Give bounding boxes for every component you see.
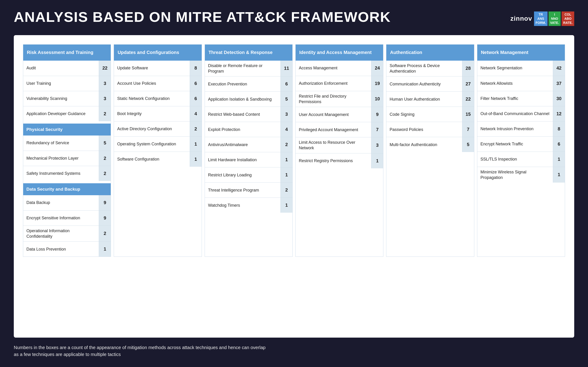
row-label: Human User Authentication	[386, 94, 462, 104]
row-label: Restrict Library Loading	[205, 170, 281, 180]
rows-container-5-0: Network Segmentation42Network Allowists3…	[477, 61, 565, 257]
rows-container-2-0: Disable or Remote Feature or Program11Ex…	[205, 61, 292, 257]
row-label: Software Process & Device Authentication	[386, 61, 462, 76]
table-row: Restrict Registry Permissions1	[296, 153, 383, 168]
row-label: Limit Access to Resource Over Network	[296, 137, 371, 153]
table-row: Execution Prevention6	[205, 76, 292, 92]
row-number: 2	[190, 122, 202, 136]
row-label: SSL/TLS Inspection	[477, 154, 553, 164]
column-col5: AuthenticationSoftware Process & Device …	[386, 44, 474, 257]
table-row: Data Backup9	[23, 195, 111, 210]
row-label: Safety Instrumented Systems	[23, 168, 99, 178]
row-number: 6	[281, 76, 292, 92]
row-label: Software Configuration	[114, 154, 190, 164]
row-number: 8	[190, 61, 202, 76]
table-row: Encrypt Sensitive Information9	[23, 210, 111, 225]
table-row: Limit Access to Resource Over Network3	[296, 137, 383, 153]
row-label: Threat Intelligence Program	[205, 185, 281, 195]
row-number: 3	[99, 76, 111, 91]
rows-container-3-0: Access Management24Authorization Enforce…	[296, 61, 383, 257]
row-number: 10	[371, 91, 383, 107]
table-row: Limit Hardware Installation1	[205, 152, 292, 167]
row-label: Multi-factor Authentication	[386, 140, 462, 150]
col-header-col6: Network Management	[477, 45, 565, 61]
table-row: Software Configuration1	[114, 151, 201, 167]
logo-block-transform: TRANSFORM.	[534, 11, 547, 26]
row-number: 1	[553, 152, 565, 167]
table-row: Communication Authenticity27	[386, 76, 474, 92]
table-row: Boot Integrity4	[114, 106, 201, 121]
table-row: Filter Network Traffic30	[477, 91, 565, 106]
row-number: 22	[99, 61, 111, 76]
column-col3: Threat Detection & ResponseDisable or Re…	[205, 44, 293, 257]
table-row: Minimize Wireless Signal Propagation1	[477, 167, 565, 183]
row-number: 1	[190, 137, 202, 151]
row-number: 9	[371, 107, 383, 122]
table-row: Data Loss Prevention1	[23, 241, 111, 257]
table-row: Human User Authentication22	[386, 92, 474, 107]
row-number: 30	[553, 91, 565, 106]
row-label: Mechanical Protection Layer	[23, 153, 99, 163]
column-col4: Identity and Access ManagementAccess Man…	[295, 44, 383, 257]
col-header-col4: Identity and Access Management	[296, 45, 383, 61]
table-row: Password Policies7	[386, 122, 474, 137]
row-label: Active Directory Configuration	[114, 124, 190, 134]
row-label: Filter Network Traffic	[477, 93, 553, 104]
row-number: 24	[371, 61, 383, 76]
table-row: Restrict File and Directory Permissions1…	[296, 91, 383, 107]
table-row: Mechanical Protection Layer2	[23, 151, 111, 166]
row-number: 5	[462, 137, 474, 152]
table-row: Network Intrusion Prevention8	[477, 121, 565, 136]
row-number: 3	[99, 91, 111, 106]
rows-container-0-1: Redundancy of Service5Mechanical Protect…	[23, 135, 111, 181]
table-row: Safety Instrumented Systems2	[23, 166, 111, 181]
row-number: 28	[462, 61, 474, 76]
table-row: User Training3	[23, 76, 111, 91]
row-label: Redundancy of Service	[23, 138, 99, 148]
table-row: Audit22	[23, 61, 111, 76]
main-card: Risk Assessment and TrainingAudit22User …	[14, 35, 574, 338]
table-row: Antivirus/Antimalware2	[205, 137, 292, 152]
row-label: Password Policies	[386, 125, 462, 134]
page-header: ANALYSIS BASED ON MITRE ATT&CK FRAMEWORK…	[14, 9, 574, 26]
row-label: Network Intrusion Prevention	[477, 124, 553, 134]
row-label: Restrict Web-based Content	[205, 109, 281, 119]
table-row: Static Network Configuration6	[114, 91, 201, 106]
row-label: Disable or Remote Feature or Program	[205, 61, 281, 76]
row-label: Code Signing	[386, 109, 462, 119]
table-row: Threat Intelligence Program2	[205, 182, 292, 198]
row-number: 4	[190, 106, 202, 121]
row-label: Execution Prevention	[205, 79, 281, 89]
row-number: 2	[99, 151, 111, 166]
row-number: 3	[281, 107, 292, 122]
row-number: 3	[371, 137, 383, 153]
logo-text: zinnov	[510, 15, 532, 22]
row-label: Communication Authenticity	[386, 79, 462, 89]
row-label: Network Allowists	[477, 78, 553, 88]
logo-block-collaborate: COLABORATE.	[562, 11, 574, 26]
row-label: Vulnerability Scanning	[23, 93, 99, 104]
row-number: 2	[99, 166, 111, 181]
page-title: ANALYSIS BASED ON MITRE ATT&CK FRAMEWORK	[14, 9, 391, 25]
table-row: Authorization Enforcement19	[296, 76, 383, 91]
rows-container-1-0: Update Software8Account Use Policies6Sta…	[114, 61, 201, 257]
logo-blocks: TRANSFORM. INNOVATE. COLABORATE.	[534, 11, 574, 26]
row-label: Encrypt Network Traffic	[477, 139, 553, 149]
table-row: Disable or Remote Feature or Program11	[205, 61, 292, 76]
row-number: 1	[281, 152, 292, 167]
table-row: SSL/TLS Inspection1	[477, 151, 565, 167]
row-label: Watchdog Timers	[205, 200, 281, 210]
row-number: 5	[99, 135, 111, 151]
rows-container-4-0: Software Process & Device Authentication…	[386, 61, 474, 257]
row-number: 1	[553, 167, 565, 183]
table-row: Account Use Policies6	[114, 76, 201, 91]
row-number: 19	[371, 76, 383, 91]
row-number: 42	[553, 61, 565, 76]
row-label: Encrypt Sensitive Information	[23, 213, 99, 223]
table-row: Out-of-Band Communication Channel12	[477, 106, 565, 121]
table-row: Multi-factor Authentication5	[386, 137, 474, 152]
table-row: Redundancy of Service5	[23, 135, 111, 151]
row-label: User Training	[23, 78, 99, 88]
rows-container-0-0: Audit22User Training3Vulnerability Scann…	[23, 61, 111, 121]
sub-header-0-1: Physical Security	[23, 124, 111, 135]
